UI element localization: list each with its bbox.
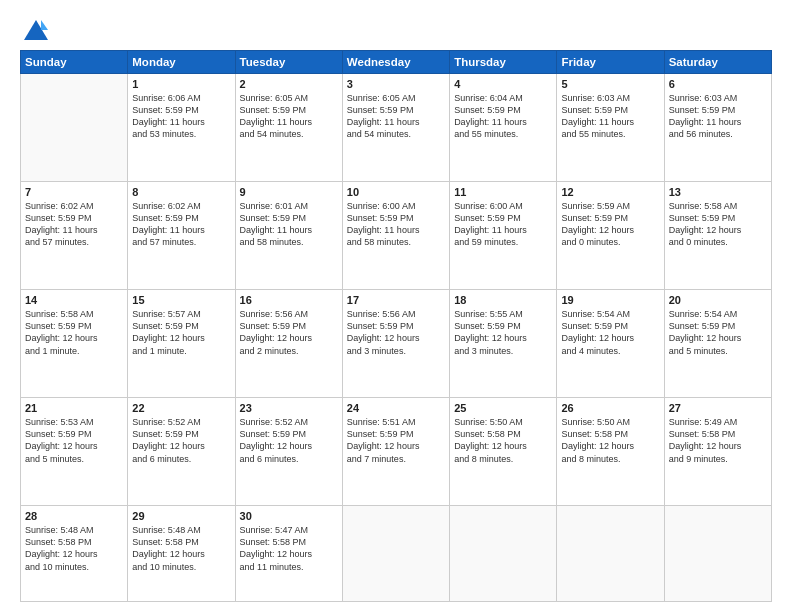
calendar-cell: 27Sunrise: 5:49 AM Sunset: 5:58 PM Dayli…	[664, 398, 771, 506]
cell-daylight-info: Sunrise: 6:01 AM Sunset: 5:59 PM Dayligh…	[240, 200, 338, 249]
cell-daylight-info: Sunrise: 5:47 AM Sunset: 5:58 PM Dayligh…	[240, 524, 338, 573]
calendar-cell: 9Sunrise: 6:01 AM Sunset: 5:59 PM Daylig…	[235, 182, 342, 290]
calendar-cell: 18Sunrise: 5:55 AM Sunset: 5:59 PM Dayli…	[450, 290, 557, 398]
page: SundayMondayTuesdayWednesdayThursdayFrid…	[0, 0, 792, 612]
calendar-cell: 8Sunrise: 6:02 AM Sunset: 5:59 PM Daylig…	[128, 182, 235, 290]
calendar-cell: 29Sunrise: 5:48 AM Sunset: 5:58 PM Dayli…	[128, 506, 235, 602]
calendar-cell: 23Sunrise: 5:52 AM Sunset: 5:59 PM Dayli…	[235, 398, 342, 506]
weekday-header-sunday: Sunday	[21, 51, 128, 74]
weekday-header-friday: Friday	[557, 51, 664, 74]
calendar-cell: 13Sunrise: 5:58 AM Sunset: 5:59 PM Dayli…	[664, 182, 771, 290]
calendar-cell: 24Sunrise: 5:51 AM Sunset: 5:59 PM Dayli…	[342, 398, 449, 506]
calendar-cell: 7Sunrise: 6:02 AM Sunset: 5:59 PM Daylig…	[21, 182, 128, 290]
calendar-cell: 1Sunrise: 6:06 AM Sunset: 5:59 PM Daylig…	[128, 74, 235, 182]
calendar-cell: 28Sunrise: 5:48 AM Sunset: 5:58 PM Dayli…	[21, 506, 128, 602]
header	[20, 18, 772, 42]
calendar-week-row: 14Sunrise: 5:58 AM Sunset: 5:59 PM Dayli…	[21, 290, 772, 398]
day-number: 4	[454, 78, 552, 90]
day-number: 9	[240, 186, 338, 198]
day-number: 10	[347, 186, 445, 198]
calendar-cell: 19Sunrise: 5:54 AM Sunset: 5:59 PM Dayli…	[557, 290, 664, 398]
calendar-cell: 20Sunrise: 5:54 AM Sunset: 5:59 PM Dayli…	[664, 290, 771, 398]
day-number: 30	[240, 510, 338, 522]
cell-daylight-info: Sunrise: 6:02 AM Sunset: 5:59 PM Dayligh…	[132, 200, 230, 249]
calendar-cell: 22Sunrise: 5:52 AM Sunset: 5:59 PM Dayli…	[128, 398, 235, 506]
calendar-week-row: 1Sunrise: 6:06 AM Sunset: 5:59 PM Daylig…	[21, 74, 772, 182]
day-number: 13	[669, 186, 767, 198]
weekday-header-row: SundayMondayTuesdayWednesdayThursdayFrid…	[21, 51, 772, 74]
day-number: 5	[561, 78, 659, 90]
calendar-week-row: 21Sunrise: 5:53 AM Sunset: 5:59 PM Dayli…	[21, 398, 772, 506]
day-number: 28	[25, 510, 123, 522]
calendar-cell	[21, 74, 128, 182]
cell-daylight-info: Sunrise: 5:48 AM Sunset: 5:58 PM Dayligh…	[25, 524, 123, 573]
cell-daylight-info: Sunrise: 5:49 AM Sunset: 5:58 PM Dayligh…	[669, 416, 767, 465]
cell-daylight-info: Sunrise: 5:51 AM Sunset: 5:59 PM Dayligh…	[347, 416, 445, 465]
calendar-cell	[342, 506, 449, 602]
day-number: 15	[132, 294, 230, 306]
cell-daylight-info: Sunrise: 6:05 AM Sunset: 5:59 PM Dayligh…	[347, 92, 445, 141]
day-number: 8	[132, 186, 230, 198]
cell-daylight-info: Sunrise: 6:03 AM Sunset: 5:59 PM Dayligh…	[669, 92, 767, 141]
day-number: 3	[347, 78, 445, 90]
calendar-cell: 17Sunrise: 5:56 AM Sunset: 5:59 PM Dayli…	[342, 290, 449, 398]
svg-marker-1	[41, 20, 48, 30]
weekday-header-tuesday: Tuesday	[235, 51, 342, 74]
day-number: 25	[454, 402, 552, 414]
calendar-cell: 21Sunrise: 5:53 AM Sunset: 5:59 PM Dayli…	[21, 398, 128, 506]
calendar-cell: 3Sunrise: 6:05 AM Sunset: 5:59 PM Daylig…	[342, 74, 449, 182]
calendar-cell: 26Sunrise: 5:50 AM Sunset: 5:58 PM Dayli…	[557, 398, 664, 506]
weekday-header-saturday: Saturday	[664, 51, 771, 74]
cell-daylight-info: Sunrise: 5:54 AM Sunset: 5:59 PM Dayligh…	[669, 308, 767, 357]
cell-daylight-info: Sunrise: 5:52 AM Sunset: 5:59 PM Dayligh…	[240, 416, 338, 465]
day-number: 22	[132, 402, 230, 414]
calendar-cell: 2Sunrise: 6:05 AM Sunset: 5:59 PM Daylig…	[235, 74, 342, 182]
calendar-table: SundayMondayTuesdayWednesdayThursdayFrid…	[20, 50, 772, 602]
calendar-cell	[664, 506, 771, 602]
day-number: 26	[561, 402, 659, 414]
calendar-cell: 15Sunrise: 5:57 AM Sunset: 5:59 PM Dayli…	[128, 290, 235, 398]
cell-daylight-info: Sunrise: 5:55 AM Sunset: 5:59 PM Dayligh…	[454, 308, 552, 357]
day-number: 17	[347, 294, 445, 306]
day-number: 14	[25, 294, 123, 306]
calendar-cell: 14Sunrise: 5:58 AM Sunset: 5:59 PM Dayli…	[21, 290, 128, 398]
cell-daylight-info: Sunrise: 6:02 AM Sunset: 5:59 PM Dayligh…	[25, 200, 123, 249]
day-number: 27	[669, 402, 767, 414]
cell-daylight-info: Sunrise: 6:05 AM Sunset: 5:59 PM Dayligh…	[240, 92, 338, 141]
calendar-cell: 16Sunrise: 5:56 AM Sunset: 5:59 PM Dayli…	[235, 290, 342, 398]
cell-daylight-info: Sunrise: 5:57 AM Sunset: 5:59 PM Dayligh…	[132, 308, 230, 357]
cell-daylight-info: Sunrise: 5:54 AM Sunset: 5:59 PM Dayligh…	[561, 308, 659, 357]
day-number: 29	[132, 510, 230, 522]
logo	[20, 18, 50, 42]
calendar-cell: 4Sunrise: 6:04 AM Sunset: 5:59 PM Daylig…	[450, 74, 557, 182]
day-number: 11	[454, 186, 552, 198]
calendar-cell: 5Sunrise: 6:03 AM Sunset: 5:59 PM Daylig…	[557, 74, 664, 182]
day-number: 12	[561, 186, 659, 198]
cell-daylight-info: Sunrise: 5:50 AM Sunset: 5:58 PM Dayligh…	[561, 416, 659, 465]
day-number: 1	[132, 78, 230, 90]
calendar-cell: 25Sunrise: 5:50 AM Sunset: 5:58 PM Dayli…	[450, 398, 557, 506]
calendar-cell: 30Sunrise: 5:47 AM Sunset: 5:58 PM Dayli…	[235, 506, 342, 602]
calendar-cell: 12Sunrise: 5:59 AM Sunset: 5:59 PM Dayli…	[557, 182, 664, 290]
calendar-cell: 11Sunrise: 6:00 AM Sunset: 5:59 PM Dayli…	[450, 182, 557, 290]
calendar-cell	[557, 506, 664, 602]
cell-daylight-info: Sunrise: 6:03 AM Sunset: 5:59 PM Dayligh…	[561, 92, 659, 141]
day-number: 24	[347, 402, 445, 414]
day-number: 7	[25, 186, 123, 198]
day-number: 20	[669, 294, 767, 306]
cell-daylight-info: Sunrise: 5:48 AM Sunset: 5:58 PM Dayligh…	[132, 524, 230, 573]
cell-daylight-info: Sunrise: 5:50 AM Sunset: 5:58 PM Dayligh…	[454, 416, 552, 465]
day-number: 19	[561, 294, 659, 306]
day-number: 2	[240, 78, 338, 90]
cell-daylight-info: Sunrise: 5:59 AM Sunset: 5:59 PM Dayligh…	[561, 200, 659, 249]
cell-daylight-info: Sunrise: 5:58 AM Sunset: 5:59 PM Dayligh…	[669, 200, 767, 249]
day-number: 23	[240, 402, 338, 414]
cell-daylight-info: Sunrise: 5:58 AM Sunset: 5:59 PM Dayligh…	[25, 308, 123, 357]
day-number: 21	[25, 402, 123, 414]
weekday-header-monday: Monday	[128, 51, 235, 74]
cell-daylight-info: Sunrise: 5:53 AM Sunset: 5:59 PM Dayligh…	[25, 416, 123, 465]
day-number: 16	[240, 294, 338, 306]
cell-daylight-info: Sunrise: 5:56 AM Sunset: 5:59 PM Dayligh…	[347, 308, 445, 357]
cell-daylight-info: Sunrise: 6:04 AM Sunset: 5:59 PM Dayligh…	[454, 92, 552, 141]
cell-daylight-info: Sunrise: 5:52 AM Sunset: 5:59 PM Dayligh…	[132, 416, 230, 465]
